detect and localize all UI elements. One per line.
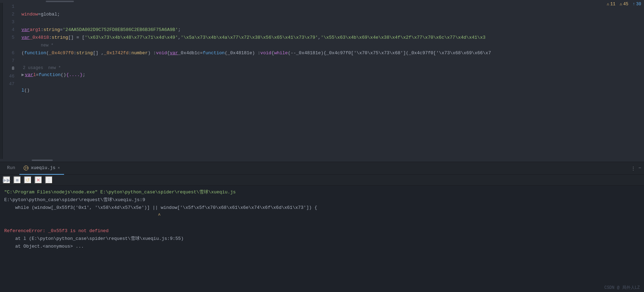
panel-output: "C:\Program Files\nodejs\node.exe" E:\py… bbox=[0, 186, 644, 292]
line-numbers: 1 2 3 4 5 6 7 8 46 47 bbox=[3, 3, 19, 159]
line-num-9: 8 bbox=[3, 65, 19, 73]
tab-close-button[interactable]: × bbox=[58, 166, 60, 170]
panel-minimize-icon[interactable]: − bbox=[638, 166, 641, 171]
line-num-8: 7 bbox=[3, 57, 19, 65]
code-line-47: l () bbox=[21, 87, 644, 94]
output-line-3: while (window[_0x55f3('0x1', '\x58\x4d\x… bbox=[4, 204, 640, 212]
code-line-4: var arg1 : string = '24AA5DA002D9C752FD8… bbox=[21, 26, 644, 34]
editor-hscrollbar-thumb bbox=[32, 160, 53, 161]
line-num-1: 1 bbox=[3, 3, 19, 11]
panel-toolbar: ▶▶ ■ ↺ ✕ ⋮ bbox=[0, 175, 644, 186]
warning-count: 11 bbox=[610, 2, 615, 7]
code-line-8-group: 2 usages new * ▶ var l = function () {..… bbox=[21, 65, 644, 79]
line-num-6 bbox=[3, 42, 19, 49]
tab-run-label: Run bbox=[7, 165, 15, 170]
code-line-8: ▶ var l = function () {....} ; bbox=[21, 71, 644, 79]
output-line-7: at l (E:\pyton\python_case\spider\reques… bbox=[4, 235, 640, 243]
editor-hscrollbar[interactable] bbox=[0, 159, 644, 162]
arrow-up-icon: ↑ bbox=[632, 2, 635, 7]
output-line-5 bbox=[4, 219, 640, 227]
usage-hint: 2 usages new * bbox=[23, 65, 644, 71]
toolbar-play-button[interactable]: ▶▶ bbox=[3, 176, 11, 184]
output-line-8: at Object.<anonymous> ... bbox=[4, 243, 640, 250]
editor-area: ⚠ 11 ⚠ 45 ↑ 30 1 2 3 4 5 6 7 8 46 47 bbox=[0, 0, 644, 162]
line-num-11: 47 bbox=[3, 80, 19, 88]
output-line-2: E:\pyton\python_case\spider\request\雪球\x… bbox=[4, 196, 640, 204]
output-line-1: "C:\Program Files\nodejs\node.exe" E:\py… bbox=[4, 188, 640, 196]
line-num-3: 3 bbox=[3, 18, 19, 26]
code-line-7 bbox=[21, 57, 644, 65]
code-line-5: var _0x4818 : string [] = [ '\x63\x73\x4… bbox=[21, 34, 644, 42]
panel-more-icon[interactable]: ⋮ bbox=[631, 166, 636, 171]
toolbar-stop-button[interactable]: ■ bbox=[13, 176, 21, 184]
tab-run[interactable]: Run bbox=[3, 162, 19, 175]
warning-badge: ⚠ 11 bbox=[607, 1, 615, 7]
editor-content: 1 2 3 4 5 6 7 8 46 47 window = global ; bbox=[0, 3, 644, 159]
line-num-10: 46 bbox=[3, 73, 19, 80]
code-line-46 bbox=[21, 79, 644, 87]
warning-triangle-icon: ⚠ bbox=[607, 1, 609, 7]
watermark: CSDN @ 局外人LZ bbox=[604, 285, 640, 291]
tab-js-icon: js bbox=[24, 166, 29, 170]
info-badge: ↑ 30 bbox=[632, 2, 641, 7]
toolbar-close-button[interactable]: ✕ bbox=[34, 176, 42, 184]
line-num-7: 6 bbox=[3, 49, 19, 57]
line-num-4: 4 bbox=[3, 26, 19, 34]
error-badge: ⚠ 45 bbox=[620, 1, 629, 7]
tab-xueqiu[interactable]: js xueqiu.js × bbox=[19, 162, 64, 175]
output-line-6: ReferenceError: _0x55f3 is not defined bbox=[4, 227, 640, 235]
status-bar-top: ⚠ 11 ⚠ 45 ↑ 30 bbox=[607, 1, 641, 7]
code-line-6: ( function ( _0x4c97f0 : string [] , _0x… bbox=[21, 49, 644, 57]
toolbar-more-button[interactable]: ⋮ bbox=[45, 176, 53, 184]
line-num-2: 2 bbox=[3, 11, 19, 18]
fold-icon[interactable]: ▶ bbox=[21, 71, 24, 79]
new-hint-text: new * bbox=[41, 42, 53, 49]
bottom-panel: Run js xueqiu.js × ⋮ − ▶▶ ■ ↺ ✕ ⋮ "C:\Pr… bbox=[0, 162, 644, 292]
toolbar-rerun-button[interactable]: ↺ bbox=[24, 176, 32, 184]
output-line-4: ^ bbox=[4, 212, 640, 219]
code-line-new-hint: new * bbox=[21, 42, 644, 49]
tab-xueqiu-label: xueqiu.js bbox=[31, 165, 55, 170]
code-line-3 bbox=[21, 18, 644, 26]
error-triangle-icon: ⚠ bbox=[620, 1, 622, 7]
panel-right-actions: ⋮ − bbox=[631, 166, 641, 171]
code-line-2: window = global ; bbox=[21, 11, 644, 18]
code-body: window = global ; var arg1 : string = '2… bbox=[19, 3, 644, 159]
error-count: 45 bbox=[623, 2, 628, 7]
editor-scrollbar-top bbox=[0, 0, 644, 3]
line-num-5: 5 bbox=[3, 34, 19, 42]
code-line-1 bbox=[21, 3, 644, 11]
panel-tabs: Run js xueqiu.js × ⋮ − bbox=[0, 162, 644, 175]
info-count: 30 bbox=[636, 2, 641, 7]
left-sidebar bbox=[0, 3, 3, 159]
